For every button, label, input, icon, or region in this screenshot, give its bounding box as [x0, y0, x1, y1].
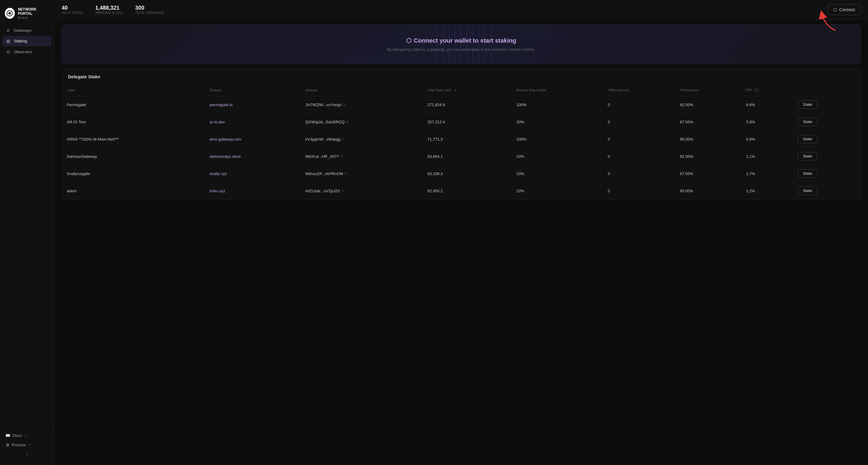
cell-action[interactable]: Stake — [793, 96, 861, 113]
staking-icon: ◎ — [5, 38, 11, 44]
stake-button[interactable]: Stake — [798, 118, 817, 126]
copy-icon[interactable]: ⎘ — [346, 120, 348, 124]
epoch-value: 40 — [62, 5, 83, 11]
stat-gateways: 300 TOTAL GATEWAYS — [135, 5, 164, 14]
cell-performance: 97.50% — [675, 165, 741, 182]
docs-link[interactable]: 📖 Docs ↗ — [2, 431, 52, 440]
cell-domain[interactable]: torku.xyz — [205, 182, 301, 200]
sidebar-item-label: Staking — [14, 39, 27, 43]
cell-address: MbhsuZP...vhPRnOM ⎘ — [301, 165, 423, 182]
process-link[interactable]: 🖥 Process ↗ — [2, 440, 52, 449]
cell-performance: 92.50% — [675, 148, 741, 165]
stat-epoch: 40 AR.IO EPOCH — [62, 5, 83, 14]
observers-icon: ⊙ — [5, 49, 11, 55]
domain-link[interactable]: ar-io.dev — [210, 120, 225, 124]
cell-eay: 6.6% — [741, 96, 793, 113]
copy-icon[interactable]: ⎘ — [345, 171, 347, 176]
copy-icon[interactable]: ⎘ — [343, 103, 345, 107]
eay-info-icon[interactable]: i — [755, 88, 759, 92]
cell-domain[interactable]: darksunrayz.store — [205, 148, 301, 165]
cell-action[interactable]: Stake — [793, 148, 861, 165]
collapse-button[interactable]: ⟨ — [2, 449, 52, 460]
stake-button[interactable]: Stake — [798, 186, 817, 195]
gateways-value: 300 — [135, 5, 164, 11]
cell-address: 1H7WZlW...vuYwrgo ⎘ — [301, 96, 423, 113]
connect-icon: ⬡ — [833, 7, 837, 12]
table-row: Snafyrusgate snafyr.xyz MbhsuZP...vhPRnO… — [62, 165, 861, 182]
cell-label: ARNS **100% till Main-Net!!** — [62, 130, 205, 148]
cell-address: QGWqtJd...EdoDRGQ ⎘ — [301, 113, 423, 130]
col-reward-share: Reward Share Ratio — [512, 84, 603, 96]
stake-button[interactable]: Stake — [798, 135, 817, 143]
cell-reward-share: 10% — [512, 148, 603, 165]
cell-address: rHZLhds...oVZpJZ0 ⎘ — [301, 182, 423, 200]
gateways-icon: ≡ — [5, 28, 11, 33]
address-text: QGWqtJd...EdoDRGQ — [305, 120, 345, 124]
sidebar-item-observers[interactable]: ⊙ Observers — [2, 47, 52, 57]
domain-link[interactable]: arns-gateway.com — [210, 137, 241, 142]
cell-offline-epochs: 0 — [603, 96, 675, 113]
cell-offline-epochs: 0 — [603, 113, 675, 130]
domain-link[interactable]: permagate.io — [210, 103, 232, 107]
domain-link[interactable]: snafyr.xyz — [210, 171, 227, 176]
cell-label: AR.IO Test — [62, 113, 205, 130]
cell-action[interactable]: Stake — [793, 130, 861, 148]
cell-reward-share: 100% — [512, 96, 603, 113]
table-row: ARNS **100% till Main-Net!!** arns-gatew… — [62, 130, 861, 148]
external-icon: ↗ — [28, 443, 31, 446]
cell-action[interactable]: Stake — [793, 182, 861, 200]
docs-icon: 📖 — [5, 433, 10, 438]
sidebar-item-label: Observers — [14, 50, 32, 54]
domain-link[interactable]: torku.xyz — [210, 188, 225, 193]
col-address: Address — [301, 84, 423, 96]
cell-offline-epochs: 0 — [603, 148, 675, 165]
logo-text: NETWORK PORTAL by ar.io — [18, 7, 49, 19]
connect-button[interactable]: ⬡ Connect — [828, 4, 861, 15]
table-header: Delegate Stake — [62, 69, 861, 84]
cell-offline-epochs: 0 — [603, 165, 675, 182]
cell-domain[interactable]: permagate.io — [205, 96, 301, 113]
process-icon: 🖥 — [5, 443, 9, 447]
cell-eay: 1.2% — [741, 182, 793, 200]
svg-point-1 — [8, 12, 11, 14]
epoch-label: AR.IO EPOCH — [62, 11, 83, 14]
cell-address: 99cN-yl...HP_JN7Y ⎘ — [301, 148, 423, 165]
cell-performance: 92.50% — [675, 96, 741, 113]
main-content: 40 AR.IO EPOCH 1,488,321 ARWEAVE BLOCK 3… — [54, 0, 868, 465]
sidebar-item-staking[interactable]: ◎ Staking — [2, 36, 52, 46]
cell-domain[interactable]: snafyr.xyz — [205, 165, 301, 182]
cell-total-stake: 63,338.3 — [423, 165, 512, 182]
copy-icon[interactable]: ⎘ — [341, 154, 343, 158]
cell-domain[interactable]: ar-io.dev — [205, 113, 301, 130]
cell-action[interactable]: Stake — [793, 113, 861, 130]
domain-link[interactable]: darksunrayz.store — [210, 154, 241, 159]
page-content: ⬡ Connect your wallet to start staking B… — [54, 20, 868, 465]
cell-domain[interactable]: arns-gateway.com — [205, 130, 301, 148]
col-total-stake[interactable]: Total Stake (tIO) ▼ — [423, 84, 512, 96]
stat-block: 1,488,321 ARWEAVE BLOCK — [95, 5, 123, 14]
stake-button[interactable]: Stake — [798, 169, 817, 178]
cell-action[interactable]: Stake — [793, 165, 861, 182]
cell-performance: 95.00% — [675, 182, 741, 200]
block-label: ARWEAVE BLOCK — [95, 11, 123, 14]
connect-label: Connect — [839, 7, 855, 12]
cell-label: Permagate — [62, 96, 205, 113]
cell-eay: 1.7% — [741, 165, 793, 182]
cell-eay: 5.9% — [741, 113, 793, 130]
cell-eay: 1.1% — [741, 148, 793, 165]
cell-total-stake: 71,771.3 — [423, 130, 512, 148]
address-text: kVJpgmW...vWqtqjg — [305, 137, 340, 142]
stake-button[interactable]: Stake — [798, 100, 817, 109]
sidebar-item-gateways[interactable]: ≡ Gateways — [2, 25, 52, 35]
sidebar-bottom: 📖 Docs ↗ 🖥 Process ↗ ⟨ — [0, 428, 54, 460]
table-row: AR.IO Test ar-io.dev QGWqtJd...EdoDRGQ ⎘… — [62, 113, 861, 130]
stake-button[interactable]: Stake — [798, 152, 817, 161]
address-text: 99cN-yl...HP_JN7Y — [305, 154, 339, 159]
copy-icon[interactable]: ⎘ — [342, 137, 345, 141]
cell-address: kVJpgmW...vWqtqjg ⎘ — [301, 130, 423, 148]
cell-reward-share: 30% — [512, 113, 603, 130]
sidebar-nav: ≡ Gateways ◎ Staking ⊙ Observers — [0, 25, 54, 426]
col-performance: Performance — [675, 84, 741, 96]
cell-total-stake: 63,664.1 — [423, 148, 512, 165]
copy-icon[interactable]: ⎘ — [342, 188, 344, 193]
